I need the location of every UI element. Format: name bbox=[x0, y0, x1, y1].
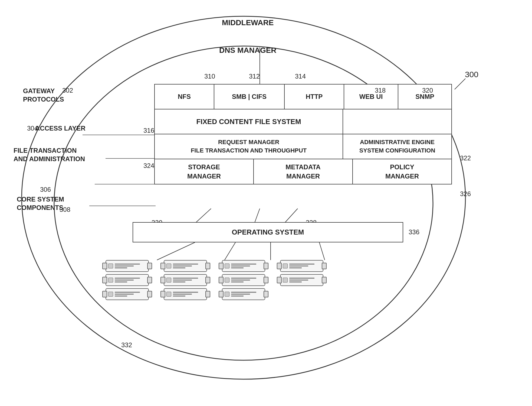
drive-bar bbox=[115, 280, 134, 281]
drive-bars bbox=[115, 292, 146, 297]
ref-324: 324 bbox=[143, 162, 154, 170]
admin-engine-label: ADMINISTRATIVE ENGINESYSTEM CONFIGURATIO… bbox=[359, 138, 435, 155]
request-row: REQUEST MANAGERFILE TRANSACTION AND THRO… bbox=[155, 134, 451, 159]
request-manager-cell: REQUEST MANAGERFILE TRANSACTION AND THRO… bbox=[155, 134, 343, 159]
drive-bar bbox=[231, 264, 256, 265]
ref-332: 332 bbox=[121, 341, 132, 349]
diagram-svg bbox=[0, 0, 532, 406]
svg-line-4 bbox=[254, 209, 260, 223]
nfs-label: NFS bbox=[178, 93, 191, 100]
drive-bar bbox=[231, 281, 244, 282]
drive-bar bbox=[173, 294, 192, 295]
ref-312: 312 bbox=[249, 73, 260, 80]
policy-manager-label: POLICYMANAGER bbox=[385, 163, 419, 181]
drive-4-1 bbox=[280, 260, 323, 272]
svg-line-3 bbox=[195, 209, 211, 223]
drive-bar bbox=[173, 267, 185, 268]
drive-3-1 bbox=[222, 260, 265, 272]
drive-bar bbox=[115, 292, 140, 293]
web-ui-cell: WEB UI bbox=[344, 85, 398, 109]
ref-320: 320 bbox=[422, 87, 433, 94]
drive-bar bbox=[115, 264, 140, 265]
ref-304: 304 bbox=[27, 125, 38, 132]
drive-group-3 bbox=[222, 260, 265, 302]
fcfs-cell: FIXED CONTENT FILE SYSTEM bbox=[155, 109, 343, 134]
drive-bar bbox=[173, 265, 192, 267]
drive-bar bbox=[289, 281, 302, 282]
drive-group-4 bbox=[280, 260, 323, 302]
architecture-diagram: MIDDLEWARE DNS MANAGER 300 302 GATEWAYPR… bbox=[0, 0, 532, 406]
storage-devices-area bbox=[106, 260, 323, 302]
ref-336: 336 bbox=[409, 228, 419, 236]
core-system-label: CORE SYSTEMCOMPONENTS bbox=[17, 195, 64, 212]
drive-bar bbox=[115, 267, 127, 268]
drive-bar bbox=[115, 294, 134, 295]
drive-indicator bbox=[225, 264, 229, 268]
svg-line-7 bbox=[225, 242, 235, 260]
drive-bars bbox=[173, 278, 204, 282]
http-cell: HTTP bbox=[285, 85, 344, 109]
drive-bars bbox=[231, 278, 262, 282]
drive-indicator bbox=[225, 278, 229, 282]
drive-bars bbox=[115, 278, 146, 282]
drive-3-3 bbox=[222, 288, 265, 300]
drive-bars bbox=[231, 264, 262, 268]
svg-line-5 bbox=[284, 209, 298, 223]
os-label: OPERATING SYSTEM bbox=[232, 228, 304, 236]
svg-line-10 bbox=[455, 79, 465, 89]
drive-bar bbox=[173, 292, 198, 293]
svg-line-6 bbox=[157, 242, 195, 260]
drive-indicator bbox=[166, 264, 171, 268]
http-label: HTTP bbox=[306, 93, 323, 100]
drive-bar bbox=[231, 265, 250, 267]
drive-bars bbox=[231, 292, 262, 297]
drive-bar bbox=[231, 292, 256, 293]
drive-bar bbox=[231, 295, 244, 297]
drive-bars bbox=[173, 292, 204, 297]
middleware-label: MIDDLEWARE bbox=[222, 18, 274, 27]
drive-bar bbox=[173, 295, 185, 297]
drive-group-2 bbox=[164, 260, 207, 302]
drive-bar bbox=[231, 267, 244, 268]
ref-310: 310 bbox=[204, 73, 215, 80]
protocol-row: NFS SMB | CIFS HTTP WEB UI SNMP bbox=[155, 85, 451, 109]
drive-bar bbox=[115, 265, 134, 267]
drive-4-2 bbox=[280, 274, 323, 286]
drive-bar bbox=[115, 281, 127, 282]
svg-line-9 bbox=[319, 242, 325, 260]
drive-indicator bbox=[283, 278, 288, 282]
ref-318: 318 bbox=[375, 87, 386, 94]
ref-316: 316 bbox=[143, 127, 154, 134]
drive-bar bbox=[289, 278, 314, 279]
drive-indicator bbox=[108, 278, 113, 282]
drive-2-3 bbox=[164, 288, 207, 300]
ref-306: 306 bbox=[40, 186, 51, 193]
drive-bar bbox=[289, 280, 308, 281]
drive-group-1 bbox=[106, 260, 149, 302]
smb-label: SMB | CIFS bbox=[232, 93, 267, 100]
drive-indicator bbox=[108, 292, 113, 297]
managers-row: STORAGEMANAGER METADATAMANAGER POLICYMAN… bbox=[155, 159, 451, 184]
drive-bar bbox=[231, 294, 250, 295]
ref-314: 314 bbox=[295, 73, 306, 80]
drive-bar bbox=[173, 280, 192, 281]
ref-322: 322 bbox=[460, 154, 471, 162]
drive-bar bbox=[231, 280, 250, 281]
drive-indicator bbox=[225, 292, 229, 297]
drive-indicator bbox=[166, 292, 171, 297]
drive-bar bbox=[173, 278, 198, 279]
drive-bars bbox=[289, 278, 321, 282]
drive-2-1 bbox=[164, 260, 207, 272]
drive-indicator bbox=[283, 264, 288, 268]
drive-bars bbox=[115, 264, 146, 268]
dns-manager-label: DNS MANAGER bbox=[219, 46, 277, 55]
drive-indicator bbox=[108, 264, 113, 268]
drive-bar bbox=[173, 281, 185, 282]
fcfs-label: FIXED CONTENT FILE SYSTEM bbox=[196, 118, 301, 126]
drive-1-1 bbox=[106, 260, 149, 272]
svg-point-0 bbox=[22, 16, 465, 379]
file-transaction-label: FILE TRANSACTIONAND ADMINISTRATION bbox=[14, 146, 85, 163]
access-layer-label: ACCESS LAYER bbox=[35, 125, 86, 132]
drive-bar bbox=[289, 267, 302, 268]
arch-box: NFS SMB | CIFS HTTP WEB UI SNMP FIXED CO… bbox=[154, 84, 452, 184]
